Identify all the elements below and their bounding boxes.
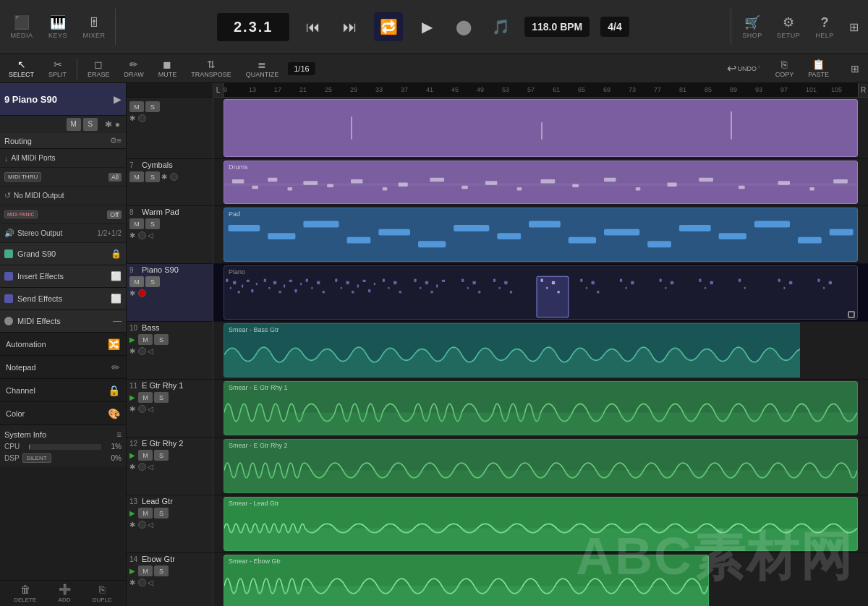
system-info-header[interactable]: System Info ≡ [4, 428, 122, 441]
track-12-speaker[interactable]: ◁ [148, 463, 153, 471]
automation-item[interactable]: Automation 🔀 [0, 333, 126, 356]
arr-track-8[interactable]: Pad [213, 206, 868, 264]
track-13-mute[interactable]: M [138, 508, 153, 518]
grid-button[interactable]: ⊞ [843, 20, 864, 34]
color-item[interactable]: Color 🎨 [0, 402, 126, 425]
track-12-mute[interactable]: M [138, 450, 153, 461]
track-7-mute[interactable]: M [129, 171, 144, 182]
midi-thru-button[interactable]: MIDI THRU [4, 172, 41, 182]
delete-track-button[interactable]: 🗑 DELETE [14, 584, 36, 603]
track-12-star[interactable]: ✱ [129, 463, 135, 471]
track-14-speaker[interactable]: ◁ [148, 579, 153, 586]
track-11-solo[interactable]: S [154, 392, 169, 403]
copy-button[interactable]: ⎘ COPY [768, 57, 801, 80]
arr-track-13[interactable]: Smear - Lead Gtr [213, 495, 868, 553]
track-11-speaker[interactable]: ◁ [148, 405, 153, 413]
track-12-play[interactable]: ▶ [129, 451, 135, 459]
track-10-star[interactable]: ✱ [129, 347, 135, 355]
midi-panic-button[interactable]: MIDI PANIC [4, 210, 38, 218]
routing-header[interactable]: Routing ⚙≡ [0, 133, 126, 149]
channel-item[interactable]: Channel 🔒 [0, 379, 126, 402]
rewind-button[interactable]: ⏮ [300, 14, 326, 40]
track-10-mute[interactable]: M [138, 334, 153, 345]
arr-track-10[interactable]: Smear - Bass Gtr [213, 322, 868, 380]
clip-9[interactable]: Piano [224, 265, 858, 320]
arr-track-9[interactable]: Piano [213, 264, 868, 322]
instrument-plugin[interactable]: Grand S90 🔒 [0, 243, 126, 265]
track-7-rec[interactable] [170, 173, 178, 181]
track-9-star[interactable]: ✱ [129, 289, 135, 297]
clip-10[interactable]: Smear - Bass Gtr [224, 323, 858, 377]
track-14-play[interactable]: ▶ [129, 567, 135, 575]
track-7-star[interactable]: ✱ [161, 173, 167, 181]
mute-button[interactable]: M [67, 118, 81, 131]
forward-button[interactable]: ⏭ [337, 14, 363, 40]
send-effects-header[interactable]: Send Effects ⬜ [0, 288, 126, 310]
track-0-mute[interactable]: M [129, 101, 144, 112]
mute-tool[interactable]: ◼ MUTE [151, 57, 184, 80]
arr-track-12[interactable]: Smear - E Gtr Rhy 2 [213, 438, 868, 495]
track-8-rec[interactable] [138, 231, 146, 239]
midi-grid-button[interactable]: ⊞ [843, 61, 867, 76]
track-13-solo[interactable]: S [154, 508, 169, 518]
track-11-mute[interactable]: M [138, 392, 153, 403]
track-9-mute[interactable]: M [129, 276, 144, 287]
all-midi-ports-item[interactable]: ↓ All MIDI Ports [0, 149, 126, 168]
no-midi-output-item[interactable]: ↺ No MIDI Output [0, 187, 126, 205]
loop-button[interactable]: 🔁 [374, 12, 403, 41]
undo-icon[interactable]: ↩ [727, 61, 736, 75]
solo-button[interactable]: S [83, 118, 98, 131]
track-9-rec[interactable] [138, 289, 146, 297]
track-8-solo[interactable]: S [145, 218, 160, 229]
clip-12[interactable]: Smear - E Gtr Rhy 2 [224, 439, 858, 493]
track-11-play[interactable]: ▶ [129, 393, 135, 401]
track-11-rec[interactable] [138, 405, 146, 413]
setup-button[interactable]: ⚙ SETUP [770, 12, 807, 42]
clip-7[interactable]: Drums [224, 161, 858, 204]
track-7-solo[interactable]: S [145, 171, 160, 182]
paste-button[interactable]: 📋 PASTE [801, 57, 836, 80]
track-11-star[interactable]: ✱ [129, 405, 135, 413]
track-0-solo[interactable]: S [145, 101, 160, 112]
erase-tool[interactable]: ◻ ERASE [80, 57, 117, 80]
track-13-star[interactable]: ✱ [129, 521, 135, 529]
bpm-display[interactable]: 118.0 BPM [524, 17, 590, 37]
arr-track-7[interactable]: Drums [213, 159, 868, 206]
arr-track-11[interactable]: Smear - E Gtr Rhy 1 [213, 380, 868, 438]
track-10-speaker[interactable]: ◁ [148, 347, 153, 355]
track-10-solo[interactable]: S [154, 334, 169, 345]
notepad-item[interactable]: Notepad ✏ [0, 356, 126, 379]
track-14-rec[interactable] [138, 579, 146, 586]
mixer-button[interactable]: 🎚 MIXER [76, 12, 112, 42]
record-circle-button[interactable]: ⬤ [451, 14, 477, 40]
track-0-rec[interactable] [138, 114, 146, 122]
keys-button[interactable]: 🎹 KEYS [40, 12, 76, 42]
quantize-value[interactable]: 1/16 [288, 62, 315, 75]
select-tool[interactable]: ↖ SELECT [1, 57, 41, 80]
metronome-button[interactable]: 🎵 [488, 14, 514, 40]
stereo-output-item[interactable]: 🔊 Stereo Output 1/2+1/2 [0, 224, 126, 243]
track-13-play[interactable]: ▶ [129, 509, 135, 517]
track-8-speaker[interactable]: ◁ [148, 231, 153, 239]
clip-11[interactable]: Smear - E Gtr Rhy 1 [224, 381, 858, 435]
track-14-mute[interactable]: M [138, 566, 153, 576]
track-13-speaker[interactable]: ◁ [148, 521, 153, 529]
track-12-rec[interactable] [138, 463, 146, 471]
track-12-solo[interactable]: S [154, 450, 169, 461]
star-button[interactable]: ✱ [105, 119, 112, 129]
track-14-solo[interactable]: S [154, 566, 169, 576]
track-8-star[interactable]: ✱ [129, 231, 135, 239]
clip-8[interactable]: Pad [224, 208, 858, 262]
track-0-star[interactable]: ✱ [129, 114, 135, 122]
midi-effects-header[interactable]: MIDI Effects — [0, 310, 126, 332]
duplicate-track-button[interactable]: ⎘ DUPLC [93, 584, 112, 603]
quantize-tool[interactable]: ≣ QUANTIZE [239, 57, 286, 80]
split-tool[interactable]: ✂ SPLIT [41, 57, 74, 80]
clip-13[interactable]: Smear - Lead Gtr [224, 497, 858, 551]
track-14-star[interactable]: ✱ [129, 579, 135, 586]
time-signature[interactable]: 4/4 [600, 17, 629, 37]
track-arrow-button[interactable]: ▶ [114, 93, 122, 105]
silent-button[interactable]: SILENT [22, 453, 51, 463]
insert-effects-header[interactable]: Insert Effects ⬜ [0, 265, 126, 287]
position-display[interactable]: 2.3.1 [217, 13, 289, 41]
